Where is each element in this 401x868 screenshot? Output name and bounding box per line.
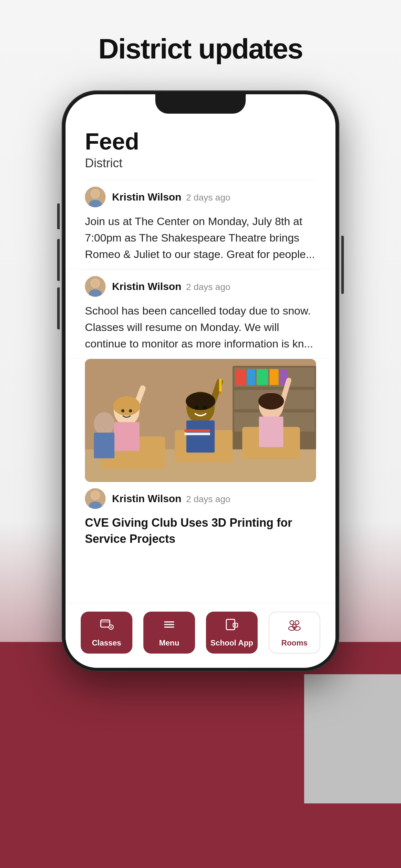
school-app-icon	[225, 617, 239, 634]
svg-point-28	[129, 409, 132, 412]
post-author-3: Kristin Wilson 2 days ago	[112, 493, 230, 505]
svg-point-39	[94, 412, 115, 435]
svg-point-33	[194, 406, 198, 409]
post-item[interactable]: Kristin Wilson 2 days ago Join us at The…	[66, 180, 335, 269]
svg-rect-15	[247, 369, 255, 385]
page-title: District updates	[0, 32, 401, 65]
svg-point-7	[91, 279, 99, 287]
classes-icon	[99, 617, 114, 634]
svg-rect-17	[270, 369, 279, 385]
svg-rect-40	[94, 433, 115, 459]
avatar	[85, 276, 105, 297]
svg-point-26	[113, 396, 141, 415]
feed-subtitle: District	[66, 153, 335, 180]
svg-rect-42	[184, 433, 210, 435]
svg-rect-36	[259, 416, 283, 447]
phone-button-volume-down	[57, 287, 60, 330]
nav-item-rooms[interactable]: Rooms	[269, 612, 320, 654]
nav-label-menu: Menu	[159, 639, 180, 647]
post-author: Kristin Wilson 2 days ago	[112, 191, 230, 203]
nav-label-rooms: Rooms	[281, 639, 307, 647]
svg-rect-24	[114, 422, 140, 451]
phone-button-power	[341, 236, 344, 294]
menu-icon	[162, 617, 176, 634]
svg-point-32	[186, 392, 215, 410]
post-text: Join us at The Center on Monday, July 8t…	[85, 213, 316, 262]
background-gray-block	[304, 674, 401, 803]
svg-point-27	[121, 409, 124, 412]
post-author-2: Kristin Wilson 2 days ago	[112, 281, 230, 292]
svg-rect-30	[186, 421, 215, 453]
bottom-nav: Classes Menu	[66, 603, 335, 668]
post-headline-text: CVE Giving Club Uses 3D Printing for Ser…	[66, 515, 335, 554]
nav-item-classes[interactable]: Classes	[81, 612, 132, 654]
post-headline: CVE Giving Club Uses 3D Printing for Ser…	[66, 515, 335, 554]
svg-rect-58	[233, 623, 238, 627]
svg-point-34	[203, 406, 207, 409]
post-item-image[interactable]: Kristin Wilson 2 days ago CVE Giving Clu…	[66, 359, 335, 554]
svg-point-38	[258, 393, 284, 409]
phone-frame: Feed District Kristin Wilson	[62, 90, 339, 672]
post-image	[85, 359, 316, 482]
nav-label-school-app: School App	[211, 639, 253, 647]
post-header: Kristin Wilson 2 days ago	[85, 187, 316, 207]
rooms-icon	[287, 617, 302, 634]
svg-point-3	[91, 190, 99, 197]
svg-rect-14	[236, 369, 245, 385]
svg-rect-16	[257, 369, 268, 385]
nav-item-school-app[interactable]: School App	[206, 612, 258, 654]
phone-screen: Feed District Kristin Wilson	[66, 94, 335, 668]
post-header-3: Kristin Wilson 2 days ago	[66, 482, 335, 509]
svg-rect-43	[219, 379, 222, 392]
svg-point-61	[290, 621, 294, 624]
avatar-3	[85, 488, 105, 509]
svg-point-62	[295, 621, 299, 624]
svg-rect-41	[184, 430, 210, 432]
screen-content: Feed District Kristin Wilson	[66, 117, 335, 668]
post-header: Kristin Wilson 2 days ago	[85, 276, 316, 297]
avatar	[85, 187, 105, 207]
phone-button-volume-up	[57, 239, 60, 281]
post-text-2: School has been cancelled today due to s…	[85, 303, 316, 352]
post-item[interactable]: Kristin Wilson 2 days ago School has bee…	[66, 270, 335, 359]
svg-point-48	[91, 492, 99, 499]
phone-button-mute	[57, 204, 60, 229]
nav-label-classes: Classes	[92, 639, 121, 647]
phone-notch	[155, 94, 246, 114]
feed-title: Feed	[66, 117, 335, 153]
nav-item-menu[interactable]: Menu	[143, 612, 195, 654]
svg-rect-49	[101, 620, 110, 627]
